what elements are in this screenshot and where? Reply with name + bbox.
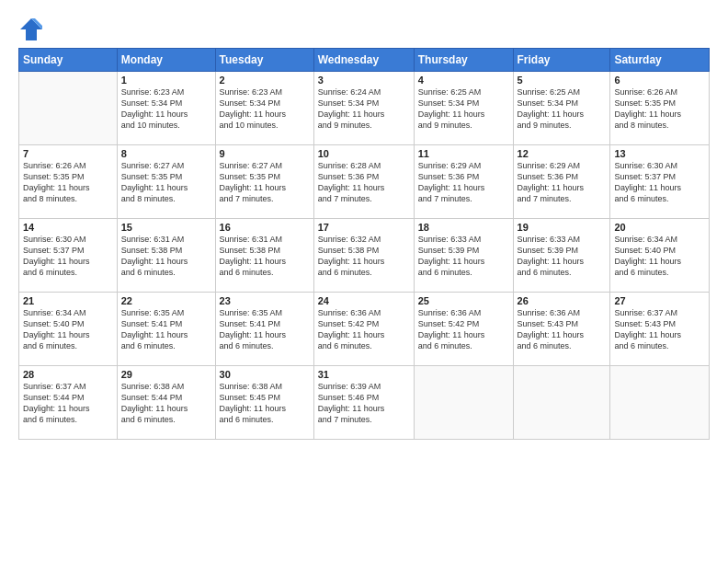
calendar-cell [513,366,610,440]
day-info: Sunrise: 6:34 AM Sunset: 5:40 PM Dayligh… [23,307,113,352]
day-info: Sunrise: 6:38 AM Sunset: 5:45 PM Dayligh… [220,381,310,426]
day-info: Sunrise: 6:26 AM Sunset: 5:35 PM Dayligh… [23,160,113,205]
page: SundayMondayTuesdayWednesdayThursdayFrid… [0,0,728,563]
calendar-cell: 19Sunrise: 6:33 AM Sunset: 5:39 PM Dayli… [513,219,610,293]
day-number: 14 [23,222,113,233]
day-info: Sunrise: 6:32 AM Sunset: 5:38 PM Dayligh… [318,234,410,279]
day-number: 1 [121,75,211,86]
day-number: 23 [220,295,310,306]
day-number: 6 [614,75,705,86]
day-info: Sunrise: 6:30 AM Sunset: 5:37 PM Dayligh… [614,160,705,205]
calendar-header-sunday: Sunday [19,49,118,72]
day-number: 12 [518,148,607,159]
day-info: Sunrise: 6:31 AM Sunset: 5:38 PM Dayligh… [121,234,211,279]
day-info: Sunrise: 6:29 AM Sunset: 5:36 PM Dayligh… [418,160,509,205]
day-info: Sunrise: 6:29 AM Sunset: 5:36 PM Dayligh… [518,160,607,205]
svg-marker-0 [20,18,42,40]
day-info: Sunrise: 6:39 AM Sunset: 5:46 PM Dayligh… [318,381,410,426]
calendar-header-thursday: Thursday [414,49,513,72]
day-info: Sunrise: 6:23 AM Sunset: 5:34 PM Dayligh… [220,86,310,132]
calendar-cell: 7Sunrise: 6:26 AM Sunset: 5:35 PM Daylig… [19,145,118,219]
day-info: Sunrise: 6:25 AM Sunset: 5:34 PM Dayligh… [518,86,607,132]
calendar-header-tuesday: Tuesday [215,49,313,72]
day-number: 31 [318,369,410,380]
day-number: 18 [418,222,509,233]
calendar-cell: 29Sunrise: 6:38 AM Sunset: 5:44 PM Dayli… [117,366,215,440]
day-info: Sunrise: 6:25 AM Sunset: 5:34 PM Dayligh… [418,86,509,132]
calendar-cell: 17Sunrise: 6:32 AM Sunset: 5:38 PM Dayli… [313,219,414,293]
calendar-week-row: 21Sunrise: 6:34 AM Sunset: 5:40 PM Dayli… [19,293,710,366]
calendar-cell: 10Sunrise: 6:28 AM Sunset: 5:36 PM Dayli… [313,145,414,219]
calendar-cell [19,72,118,145]
day-number: 19 [518,222,607,233]
day-info: Sunrise: 6:27 AM Sunset: 5:35 PM Dayligh… [121,160,211,205]
calendar-cell: 22Sunrise: 6:35 AM Sunset: 5:41 PM Dayli… [117,293,215,366]
calendar-week-row: 28Sunrise: 6:37 AM Sunset: 5:44 PM Dayli… [19,366,710,440]
day-info: Sunrise: 6:24 AM Sunset: 5:34 PM Dayligh… [318,86,410,132]
calendar-cell: 31Sunrise: 6:39 AM Sunset: 5:46 PM Dayli… [313,366,414,440]
calendar-cell: 27Sunrise: 6:37 AM Sunset: 5:43 PM Dayli… [610,293,710,366]
day-info: Sunrise: 6:37 AM Sunset: 5:43 PM Dayligh… [614,307,705,352]
day-number: 17 [318,222,410,233]
calendar-cell: 12Sunrise: 6:29 AM Sunset: 5:36 PM Dayli… [513,145,610,219]
calendar-cell: 9Sunrise: 6:27 AM Sunset: 5:35 PM Daylig… [215,145,313,219]
day-info: Sunrise: 6:23 AM Sunset: 5:34 PM Dayligh… [121,86,211,132]
calendar-header-wednesday: Wednesday [313,49,414,72]
calendar-cell: 8Sunrise: 6:27 AM Sunset: 5:35 PM Daylig… [117,145,215,219]
day-info: Sunrise: 6:36 AM Sunset: 5:43 PM Dayligh… [518,307,607,352]
day-number: 26 [518,295,607,306]
calendar-cell: 26Sunrise: 6:36 AM Sunset: 5:43 PM Dayli… [513,293,610,366]
calendar-cell: 4Sunrise: 6:25 AM Sunset: 5:34 PM Daylig… [414,72,513,145]
day-info: Sunrise: 6:35 AM Sunset: 5:41 PM Dayligh… [121,307,211,352]
day-info: Sunrise: 6:36 AM Sunset: 5:42 PM Dayligh… [418,307,509,352]
calendar-cell: 6Sunrise: 6:26 AM Sunset: 5:35 PM Daylig… [610,72,710,145]
day-number: 22 [121,295,211,306]
day-info: Sunrise: 6:26 AM Sunset: 5:35 PM Dayligh… [614,86,705,132]
day-number: 27 [614,295,705,306]
day-info: Sunrise: 6:35 AM Sunset: 5:41 PM Dayligh… [220,307,310,352]
calendar-cell: 5Sunrise: 6:25 AM Sunset: 5:34 PM Daylig… [513,72,610,145]
calendar-cell: 2Sunrise: 6:23 AM Sunset: 5:34 PM Daylig… [215,72,313,145]
calendar-cell: 15Sunrise: 6:31 AM Sunset: 5:38 PM Dayli… [117,219,215,293]
calendar-cell: 30Sunrise: 6:38 AM Sunset: 5:45 PM Dayli… [215,366,313,440]
day-number: 16 [220,222,310,233]
calendar-header-row: SundayMondayTuesdayWednesdayThursdayFrid… [19,49,710,72]
calendar-header-monday: Monday [117,49,215,72]
day-number: 29 [121,369,211,380]
day-number: 5 [518,75,607,86]
calendar-week-row: 1Sunrise: 6:23 AM Sunset: 5:34 PM Daylig… [19,72,710,145]
day-info: Sunrise: 6:33 AM Sunset: 5:39 PM Dayligh… [518,234,607,279]
day-number: 25 [418,295,509,306]
header [18,17,710,42]
calendar-cell: 24Sunrise: 6:36 AM Sunset: 5:42 PM Dayli… [313,293,414,366]
calendar-cell: 20Sunrise: 6:34 AM Sunset: 5:40 PM Dayli… [610,219,710,293]
day-number: 9 [220,148,310,159]
logo [18,17,46,42]
calendar-cell: 1Sunrise: 6:23 AM Sunset: 5:34 PM Daylig… [117,72,215,145]
day-number: 28 [23,369,113,380]
calendar-header-friday: Friday [513,49,610,72]
calendar-cell: 3Sunrise: 6:24 AM Sunset: 5:34 PM Daylig… [313,72,414,145]
day-info: Sunrise: 6:27 AM Sunset: 5:35 PM Dayligh… [220,160,310,205]
day-info: Sunrise: 6:31 AM Sunset: 5:38 PM Dayligh… [220,234,310,279]
day-number: 3 [318,75,410,86]
day-info: Sunrise: 6:38 AM Sunset: 5:44 PM Dayligh… [121,381,211,426]
calendar-cell [610,366,710,440]
day-info: Sunrise: 6:34 AM Sunset: 5:40 PM Dayligh… [614,234,705,279]
day-info: Sunrise: 6:36 AM Sunset: 5:42 PM Dayligh… [318,307,410,352]
calendar-cell: 23Sunrise: 6:35 AM Sunset: 5:41 PM Dayli… [215,293,313,366]
calendar-table: SundayMondayTuesdayWednesdayThursdayFrid… [18,48,710,440]
day-number: 10 [318,148,410,159]
day-info: Sunrise: 6:33 AM Sunset: 5:39 PM Dayligh… [418,234,509,279]
calendar-cell: 13Sunrise: 6:30 AM Sunset: 5:37 PM Dayli… [610,145,710,219]
calendar-cell: 25Sunrise: 6:36 AM Sunset: 5:42 PM Dayli… [414,293,513,366]
calendar-cell: 21Sunrise: 6:34 AM Sunset: 5:40 PM Dayli… [19,293,118,366]
calendar-cell: 16Sunrise: 6:31 AM Sunset: 5:38 PM Dayli… [215,219,313,293]
day-number: 11 [418,148,509,159]
calendar-week-row: 14Sunrise: 6:30 AM Sunset: 5:37 PM Dayli… [19,219,710,293]
day-number: 30 [220,369,310,380]
day-number: 4 [418,75,509,86]
day-number: 21 [23,295,113,306]
logo-icon [18,17,44,42]
calendar-cell: 11Sunrise: 6:29 AM Sunset: 5:36 PM Dayli… [414,145,513,219]
